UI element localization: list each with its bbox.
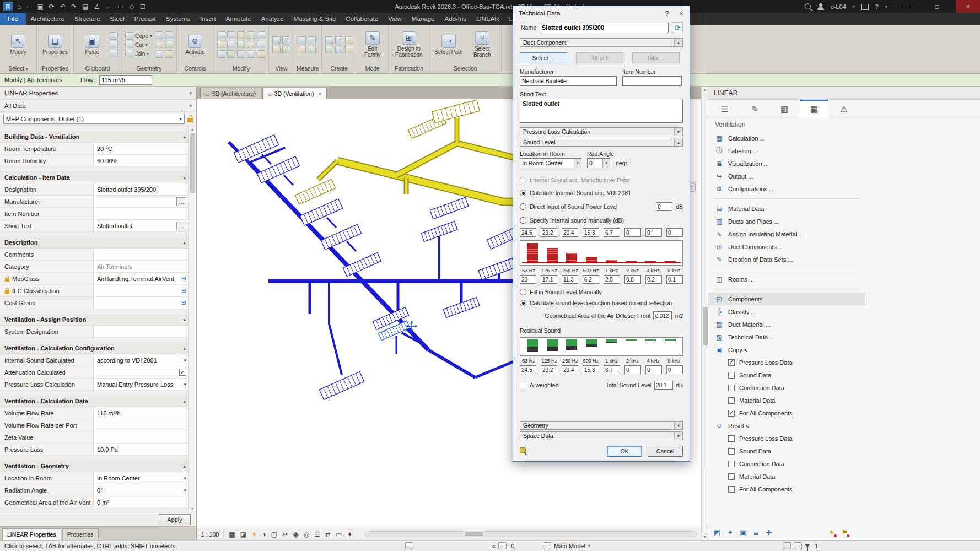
property-row[interactable]: Manufacturer ▴ ✓ ... ▾ ⊞ xyxy=(0,196,188,208)
worksharing-display-icon[interactable]: ☰ xyxy=(314,531,320,538)
sound-value-input[interactable]: 23 xyxy=(520,275,536,284)
help-icon[interactable]: ? xyxy=(875,3,879,10)
panel-menu-item[interactable]: ▤ Material Data xyxy=(708,202,865,215)
ribbon-tab[interactable]: Annotate xyxy=(221,13,256,25)
property-row[interactable]: Location in Room ▴ In Room Center ✓ ... … xyxy=(0,472,188,484)
unjoin-icon[interactable] xyxy=(165,50,173,58)
sound-value-input[interactable]: 24.5 xyxy=(520,365,536,374)
property-row[interactable]: Ventilation - Calculation Data ▴ ✓ ... ▾… xyxy=(0,395,188,407)
sun-path-icon[interactable]: ☀ xyxy=(251,531,257,538)
property-row[interactable]: Building Data - Ventilation ▴ ✓ ... ▾ ⊞ xyxy=(0,131,188,143)
panel-menu-item[interactable]: ◫ Rooms ... xyxy=(708,273,865,285)
checkbox[interactable] xyxy=(728,435,735,442)
property-row[interactable]: Volume Flow Rate ▴ 115 m³/h ✓ ... ▾ ⊞ xyxy=(0,407,188,419)
location-select[interactable]: In Room Center▾ xyxy=(520,158,581,168)
panel-menu-item[interactable]: Connection Data xyxy=(708,381,865,394)
sound-value-input[interactable]: 24.5 xyxy=(520,228,536,237)
insulate-icon[interactable] xyxy=(335,46,343,53)
sound-value-input[interactable]: 20.4 xyxy=(562,365,578,374)
property-row[interactable]: Volume Flow Rate per Port ▴ ✓ ... ▾ ⊞ xyxy=(0,419,188,431)
offset-icon[interactable] xyxy=(227,31,235,39)
checkbox[interactable] xyxy=(728,397,735,404)
name-input[interactable] xyxy=(540,23,669,33)
property-value[interactable]: 10.0 Pa xyxy=(97,446,186,453)
sound-value-input[interactable]: 15.3 xyxy=(583,365,599,374)
select-button[interactable]: Select ... xyxy=(520,52,567,63)
modify-button[interactable]: ↖Modify xyxy=(3,35,33,55)
section-collapse-icon[interactable]: ▴ xyxy=(183,345,186,351)
design-options-icon[interactable] xyxy=(543,542,551,549)
view-scale[interactable]: 1 : 100 xyxy=(201,531,224,538)
scrollbar-thumb[interactable] xyxy=(703,307,708,345)
crop-view-icon[interactable]: ▢ xyxy=(271,531,277,538)
checkbox[interactable] xyxy=(728,461,735,467)
property-row[interactable]: Ventilation - Geometry ▴ ✓ ... ▾ ⊞ xyxy=(0,460,188,472)
view-tab-3d-ventilation[interactable]: ⌂ 3D (Ventilation) × xyxy=(262,88,327,99)
reveal-hidden-icon[interactable]: ◎ xyxy=(304,531,309,538)
manufacturer-input[interactable] xyxy=(520,76,617,86)
sound-value-input[interactable]: 6.7 xyxy=(604,228,620,237)
selection-filter-icon[interactable] xyxy=(805,544,810,548)
chevron-down-icon[interactable]: ▾ xyxy=(184,382,186,387)
property-row[interactable]: Pressure Loss ▴ 10.0 Pa ✓ ... ▾ ⊞ xyxy=(0,444,188,456)
warning-icon[interactable]: ⚠ xyxy=(830,100,858,117)
flow-input[interactable] xyxy=(99,75,152,85)
short-text-area[interactable]: Slotted outlet xyxy=(520,99,683,123)
select-branch-button[interactable]: ⑂Select Branch xyxy=(467,31,498,58)
print-icon[interactable]: ▤ xyxy=(82,3,88,10)
sound-value-input[interactable]: 6.7 xyxy=(604,365,620,374)
panel-menu-item[interactable]: ⊞ Duct Components ... xyxy=(708,240,865,253)
ribbon-tab[interactable]: Manage xyxy=(407,13,440,25)
shadows-icon[interactable]: ◑ xyxy=(262,531,266,538)
close-view-icon[interactable]: × xyxy=(318,91,321,97)
property-row[interactable]: IFC Classification ▴ ✓ ... ▾ ⊞ xyxy=(0,285,188,297)
checkbox[interactable] xyxy=(728,359,735,366)
tab-linear-properties[interactable]: LINEAR Properties xyxy=(2,528,61,540)
undo-icon[interactable]: ↶ xyxy=(60,3,66,10)
join-button[interactable]: Join▾ xyxy=(125,50,152,57)
section-collapse-icon[interactable]: ▴ xyxy=(183,317,186,322)
data-filter-dropdown[interactable]: All Data▾ xyxy=(0,100,196,112)
radio-fill-manual[interactable] xyxy=(520,289,526,295)
panel-menu-item[interactable]: ▦ Calculation ... xyxy=(708,132,865,144)
ellipsis-button[interactable]: ... xyxy=(176,197,186,206)
property-value[interactable]: Slotted outlet xyxy=(97,223,175,229)
search-icon[interactable] xyxy=(805,3,811,9)
add-tool-icon[interactable]: ✚ xyxy=(766,528,772,537)
property-row[interactable]: Short Text ▴ Slotted outlet ✓ ... ▾ ⊞ xyxy=(0,220,188,232)
collapse-chevrons-icon[interactable]: « xyxy=(492,543,496,549)
property-value[interactable]: In Room Center xyxy=(97,475,182,482)
beam-icon[interactable] xyxy=(155,31,163,39)
sound-value-input[interactable]: 23.2 xyxy=(541,365,557,374)
property-row[interactable]: Room Temperature ▴ 20 °C ✓ ... ▾ ⊞ xyxy=(0,143,188,155)
override-icon[interactable] xyxy=(282,36,290,44)
constraints-icon[interactable]: ✦ xyxy=(347,531,352,538)
columns-icon[interactable]: ▥ xyxy=(770,100,799,117)
ribbon-tab[interactable]: View xyxy=(383,13,407,25)
item-number-input[interactable] xyxy=(622,76,682,86)
panel-menu-item[interactable]: ✎ Creation of Data Sets ... xyxy=(708,253,865,266)
radio-vdi-2081[interactable] xyxy=(520,190,526,196)
ribbon-tab[interactable]: Steel xyxy=(105,13,130,25)
section-collapse-icon[interactable]: ▴ xyxy=(183,175,186,180)
a-weighted-checkbox[interactable] xyxy=(520,382,526,388)
section-geometry[interactable]: Geometry ▾ xyxy=(520,421,683,430)
flag-tool-icon[interactable]: ⚑ xyxy=(842,528,848,537)
signed-in-user[interactable]: e-L04 xyxy=(831,3,846,10)
property-value[interactable]: 20 °C xyxy=(97,145,186,152)
sound-value-input[interactable]: 0 xyxy=(624,365,641,374)
ribbon-tab[interactable]: Analyze xyxy=(256,13,289,25)
sync-icon[interactable]: ⟳ xyxy=(49,3,55,10)
assign-tool-icon[interactable]: ◩ xyxy=(714,528,720,537)
demolish-icon[interactable] xyxy=(155,41,163,48)
classification-picker-icon[interactable]: ⊞ xyxy=(181,287,186,294)
ribbon-tab[interactable]: Insert xyxy=(195,13,221,25)
property-value[interactable]: 0° xyxy=(97,487,182,494)
property-row[interactable]: Radiation Angle ▴ 0° ✓ ... ▾ ⊞ xyxy=(0,484,188,496)
property-row[interactable]: Geometrical Area of the Air Vent Front ▴… xyxy=(0,496,188,509)
panel-menu-item[interactable]: ◰ Components xyxy=(708,293,865,305)
property-value[interactable]: Slotted outlet 395/200 xyxy=(97,186,186,193)
create-similar-icon[interactable] xyxy=(335,36,343,44)
ribbon-tab[interactable]: Systems xyxy=(161,13,195,25)
sound-value-input[interactable]: 17.1 xyxy=(541,275,557,284)
